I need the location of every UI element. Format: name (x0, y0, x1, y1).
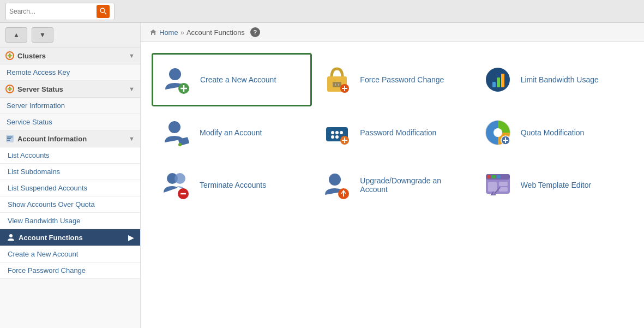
password-mod-label: Password Modification (360, 128, 436, 137)
grid-item-quota-mod[interactable]: Quota Modification (473, 106, 633, 159)
top-bar (0, 0, 644, 23)
sidebar-item-show-over-quota[interactable]: Show Accounts Over Quota (0, 196, 140, 213)
sidebar-item-account-functions[interactable]: Account Functions ▶ (0, 229, 140, 246)
grid-item-limit-bandwidth[interactable]: Limit Bandwidth Usage (473, 53, 633, 106)
svg-point-35 (335, 135, 339, 139)
home-icon (149, 29, 157, 35)
breadcrumb-home[interactable]: Home (159, 28, 178, 37)
list-suspended-label: List Suspended Accounts (8, 184, 87, 192)
sidebar: ▲ ▼ Clusters ▼ Remote Access Key (0, 23, 141, 328)
nav-down-button[interactable]: ▼ (32, 27, 53, 43)
sidebar-item-service-status[interactable]: Service Status (0, 114, 140, 130)
modify-account-label: Modify an Account (200, 128, 262, 137)
svg-rect-56 (488, 182, 497, 192)
account-functions-label: Account Functions (19, 234, 83, 242)
main-layout: ▲ ▼ Clusters ▼ Remote Access Key (0, 23, 644, 328)
sidebar-item-server-information[interactable]: Server Information (0, 98, 140, 114)
svg-rect-23 (492, 82, 496, 87)
sidebar-item-create-new-account[interactable]: Create a New Account (0, 246, 140, 263)
account-info-icon (5, 134, 14, 143)
up-arrow-icon: ▲ (13, 31, 20, 39)
svg-line-1 (104, 13, 106, 15)
svg-point-45 (174, 173, 185, 184)
svg-rect-57 (499, 182, 508, 186)
svg-point-32 (335, 131, 339, 134)
search-button[interactable] (97, 5, 110, 18)
svg-rect-25 (501, 74, 504, 87)
remote-access-key-label: Remote Access Key (7, 68, 70, 76)
svg-point-33 (340, 131, 343, 134)
breadcrumb-current: Account Functions (186, 28, 245, 37)
create-new-account-label: Create a New Account (8, 250, 78, 258)
breadcrumb-separator: » (180, 28, 184, 37)
server-status-chevron: ▼ (129, 86, 135, 92)
template-icon (483, 170, 513, 200)
sidebar-item-server-status[interactable]: Server Status ▼ (0, 81, 140, 98)
svg-rect-16 (333, 82, 341, 87)
svg-point-26 (168, 121, 180, 133)
clusters-icon (5, 51, 14, 60)
bandwidth-icon (483, 64, 513, 95)
sidebar-item-clusters[interactable]: Clusters ▼ (0, 47, 140, 64)
svg-rect-53 (487, 175, 491, 178)
force-password-change-label: Force Password Change (8, 266, 86, 275)
grid-item-force-password-change[interactable]: Force Password Change (312, 53, 472, 106)
svg-rect-24 (497, 77, 500, 87)
sidebar-nav-arrows: ▲ ▼ (0, 23, 140, 47)
svg-point-34 (331, 135, 334, 139)
search-box (5, 3, 115, 20)
account-functions-icon (7, 233, 15, 242)
quota-mod-label: Quota Modification (521, 128, 585, 137)
force-password-label: Force Password Change (360, 75, 444, 84)
sidebar-item-list-suspended[interactable]: List Suspended Accounts (0, 180, 140, 196)
grid-item-password-mod[interactable]: Password Modification (312, 106, 472, 159)
clusters-chevron: ▼ (129, 52, 135, 59)
list-accounts-label: List Accounts (8, 151, 50, 159)
svg-point-8 (9, 234, 13, 237)
terminate-icon (161, 170, 192, 200)
sidebar-item-account-information[interactable]: Account Information ▼ (0, 130, 140, 147)
account-functions-arrow: ▶ (128, 234, 134, 242)
view-bandwidth-label: View Bandwidth Usage (8, 217, 80, 225)
sidebar-item-view-bandwidth[interactable]: View Bandwidth Usage (0, 213, 140, 229)
clusters-label: Clusters (17, 52, 46, 60)
svg-marker-9 (150, 29, 157, 35)
grid-item-terminate[interactable]: Terminate Accounts (152, 159, 312, 211)
svg-rect-58 (499, 187, 508, 192)
service-status-label: Service Status (7, 118, 52, 126)
help-button[interactable]: ? (250, 27, 260, 37)
svg-point-40 (493, 128, 502, 137)
down-arrow-icon: ▼ (39, 31, 46, 39)
grid-item-upgrade-downgrade[interactable]: Upgrade/Downgrade an Account (312, 159, 472, 211)
bandwidth-label: Limit Bandwidth Usage (521, 75, 599, 84)
svg-point-31 (331, 131, 334, 134)
sidebar-item-list-accounts[interactable]: List Accounts (0, 147, 140, 164)
create-account-label: Create a New Account (200, 75, 276, 84)
content-area: Home » Account Functions ? Create a Ne (141, 23, 644, 328)
svg-rect-54 (492, 175, 496, 178)
server-info-label: Server Information (7, 102, 65, 110)
account-info-chevron: ▼ (129, 135, 135, 142)
password-mod-icon (322, 117, 352, 148)
terminate-label: Terminate Accounts (200, 181, 266, 189)
breadcrumb: Home » Account Functions ? (141, 23, 644, 42)
svg-point-10 (169, 68, 181, 80)
server-status-icon (5, 85, 14, 93)
quota-mod-icon (483, 117, 513, 148)
account-info-label: Account Information (17, 135, 87, 143)
svg-point-48 (329, 174, 341, 186)
sidebar-item-force-password-change[interactable]: Force Password Change (0, 263, 140, 279)
sidebar-item-list-subdomains[interactable]: List Subdomains (0, 164, 140, 180)
content-grid: Create a New Account (141, 42, 644, 222)
create-account-icon (162, 64, 192, 95)
search-icon (100, 8, 107, 15)
search-input[interactable] (9, 8, 97, 15)
upgrade-downgrade-label: Upgrade/Downgrade an Account (360, 176, 462, 194)
upgrade-icon (322, 170, 352, 200)
grid-item-modify-account[interactable]: Modify an Account (152, 106, 312, 159)
grid-item-web-template[interactable]: Web Template Editor (473, 159, 633, 211)
grid-item-create-new-account[interactable]: Create a New Account (152, 53, 312, 106)
svg-point-29 (178, 143, 182, 146)
nav-up-button[interactable]: ▲ (5, 27, 27, 43)
sidebar-item-remote-access-key[interactable]: Remote Access Key (0, 64, 140, 81)
